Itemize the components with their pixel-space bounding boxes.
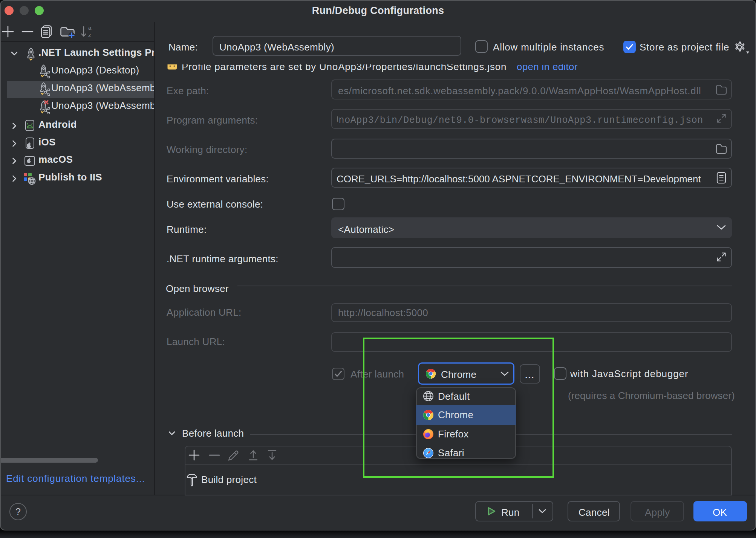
svg-text:a: a (88, 25, 92, 31)
svg-text:z: z (88, 32, 91, 38)
